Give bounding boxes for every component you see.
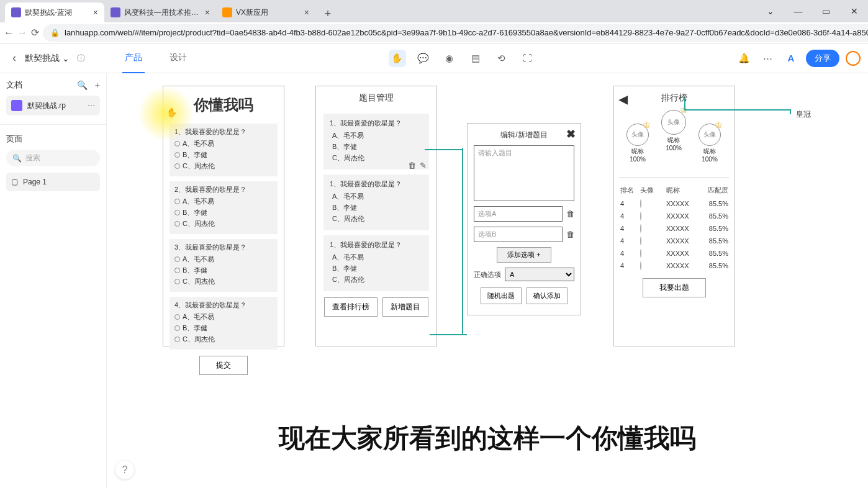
project-name[interactable]: 默契挑战 ⌄: [21, 53, 73, 64]
radio-icon[interactable]: [174, 152, 180, 158]
question-textarea[interactable]: 请输入题目: [474, 145, 574, 201]
info-icon[interactable]: ⓘ: [77, 53, 85, 64]
radio-icon[interactable]: [174, 337, 180, 342]
mockup-leaderboard-panel[interactable]: ◀ 排行榜 ♔ 头像 昵称 100% ♔ 头像 昵称 100% ♔ 头像: [613, 86, 735, 346]
reload-icon[interactable]: ⟳: [31, 24, 39, 42]
comment-icon[interactable]: 💬: [415, 50, 432, 67]
self-question-button[interactable]: 我要出题: [643, 278, 706, 297]
option-row[interactable]: B、李健: [330, 264, 423, 273]
option-row[interactable]: A、毛不易: [330, 192, 423, 201]
close-tab-icon[interactable]: ×: [205, 7, 210, 17]
radio-icon[interactable]: [174, 210, 180, 215]
confirm-add-button[interactable]: 确认添加: [527, 287, 567, 304]
page-search-input[interactable]: 🔍 搜索: [6, 150, 100, 166]
url-input[interactable]: 🔒 lanhuapp.com/web/#/item/project/produc…: [43, 24, 868, 42]
option-row[interactable]: A、毛不易: [330, 131, 423, 140]
correct-option-select[interactable]: A: [505, 268, 574, 281]
add-doc-icon[interactable]: +: [95, 80, 100, 90]
radio-icon[interactable]: [174, 268, 180, 273]
option-label: C、周杰伦: [332, 214, 364, 224]
option-row[interactable]: A、毛不易: [174, 255, 273, 264]
option-row[interactable]: A、毛不易: [174, 312, 273, 322]
text-tool-icon[interactable]: A: [782, 50, 800, 67]
bell-icon[interactable]: 🔔: [735, 50, 753, 67]
help-button[interactable]: ?: [115, 461, 134, 479]
close-window-icon[interactable]: ✕: [840, 6, 868, 16]
design-canvas[interactable]: ✋ 你懂我吗 1、我最喜爱的歌星是？A、毛不易B、李健C、周杰伦2、我最喜爱的歌…: [107, 73, 868, 488]
edit-icon[interactable]: ✎: [420, 161, 427, 170]
share-button[interactable]: 分享: [806, 50, 839, 67]
browser-tab[interactable]: VX新应用 ×: [216, 2, 315, 22]
back-icon[interactable]: ←: [4, 24, 14, 42]
option-row[interactable]: C、周杰伦: [330, 275, 423, 284]
option-row[interactable]: B、李健: [330, 142, 423, 151]
maximize-icon[interactable]: ▭: [812, 6, 840, 16]
add-question-button[interactable]: 新增题目: [382, 297, 428, 317]
radio-icon[interactable]: [174, 221, 180, 227]
option-row[interactable]: C、周杰伦: [330, 214, 423, 224]
close-tab-icon[interactable]: ×: [93, 7, 98, 17]
radio-icon[interactable]: [174, 163, 180, 169]
close-icon[interactable]: ✖: [566, 127, 576, 141]
option-row[interactable]: C、周杰伦: [174, 277, 273, 286]
random-question-button[interactable]: 随机出题: [481, 287, 522, 304]
favicon-icon: [11, 7, 21, 17]
option-row[interactable]: C、周杰伦: [174, 335, 273, 344]
option-row[interactable]: C、周杰伦: [174, 161, 273, 171]
hand-tool-icon[interactable]: ✋: [389, 50, 406, 67]
browser-tab[interactable]: 风变科技—用技术推动优质教育… ×: [104, 2, 216, 22]
more-icon[interactable]: ⋯: [759, 50, 776, 67]
avatar-icon: [640, 261, 641, 270]
page-item[interactable]: ▢ Page 1: [6, 173, 100, 191]
browser-tab[interactable]: 默契挑战-蓝湖 ×: [5, 2, 104, 22]
option-row[interactable]: C、周杰伦: [174, 219, 273, 228]
option-row[interactable]: B、李健: [174, 323, 273, 333]
eye-icon[interactable]: ◉: [441, 50, 458, 67]
option-row[interactable]: B、李健: [174, 208, 273, 217]
question-text: 2、我最喜爱的歌星是？: [174, 185, 273, 194]
radio-icon[interactable]: [174, 256, 180, 262]
radio-icon[interactable]: [174, 199, 180, 204]
fullscreen-icon[interactable]: ⛶: [519, 50, 536, 67]
file-more-icon[interactable]: ⋯: [88, 101, 95, 110]
option-input-a[interactable]: 选项A: [474, 206, 563, 222]
minimize-icon[interactable]: —: [784, 6, 812, 16]
option-row[interactable]: B、李健: [330, 203, 423, 212]
mockup-question-manage-panel[interactable]: 题目管理 1、我最喜爱的歌星是？A、毛不易B、李健C、周杰伦1、我最喜爱的歌星是…: [315, 86, 437, 346]
new-tab-button[interactable]: +: [319, 5, 337, 22]
option-row[interactable]: B、李健: [174, 150, 273, 160]
question-block: 3、我最喜爱的歌星是？A、毛不易B、李健C、周杰伦: [170, 239, 278, 292]
tab-product[interactable]: 产品: [122, 43, 145, 73]
file-item[interactable]: 默契挑战.rp ⋯: [6, 96, 100, 115]
mockup-edit-question-panel[interactable]: ✖ 编辑/新增题目 请输入题目 选项A 🗑 选项B 🗑 添加选项 + 正确选项 …: [467, 123, 581, 315]
delete-option-icon[interactable]: 🗑: [566, 230, 574, 239]
option-label: C、周杰伦: [183, 277, 215, 286]
delete-icon[interactable]: 🗑: [408, 161, 416, 170]
dropdown-icon[interactable]: ⌄: [756, 6, 784, 16]
option-row[interactable]: B、李健: [174, 266, 273, 275]
back-arrow-icon[interactable]: ◀: [619, 93, 628, 106]
note-icon[interactable]: ▤: [467, 50, 484, 67]
option-input-b[interactable]: 选项B: [474, 227, 563, 242]
option-row[interactable]: A、毛不易: [174, 139, 273, 148]
search-icon[interactable]: 🔍: [77, 80, 88, 90]
mockup-quiz-panel[interactable]: 你懂我吗 1、我最喜爱的歌星是？A、毛不易B、李健C、周杰伦2、我最喜爱的歌星是…: [163, 86, 284, 346]
delete-option-icon[interactable]: 🗑: [566, 209, 574, 219]
podium-1st: ♔ 头像 昵称 100%: [661, 110, 686, 151]
radio-icon[interactable]: [174, 314, 180, 320]
option-row[interactable]: A、毛不易: [174, 197, 273, 206]
subtitle-caption: 现在大家所看到的这样一个你懂我吗: [107, 421, 868, 456]
option-row[interactable]: A、毛不易: [330, 253, 423, 262]
radio-icon[interactable]: [174, 279, 180, 284]
add-option-button[interactable]: 添加选项 +: [497, 247, 551, 263]
radio-icon[interactable]: [174, 325, 180, 331]
view-rank-button[interactable]: 查看排行榜: [324, 297, 377, 317]
submit-button[interactable]: 提交: [199, 356, 248, 375]
history-icon[interactable]: ⟲: [493, 50, 510, 67]
forward-icon[interactable]: →: [17, 24, 27, 42]
app-back-icon[interactable]: ‹: [7, 52, 21, 65]
tab-design[interactable]: 设计: [167, 43, 189, 73]
user-avatar[interactable]: [846, 51, 861, 66]
radio-icon[interactable]: [174, 141, 180, 147]
close-tab-icon[interactable]: ×: [304, 7, 309, 17]
